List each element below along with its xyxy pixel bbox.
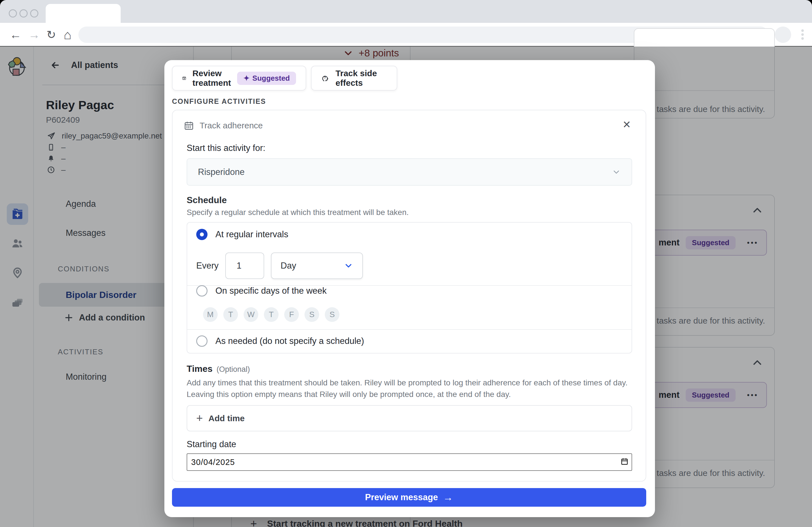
starting-date-label: Starting date [187,439,236,450]
weekday-chip[interactable]: W [244,307,258,322]
tab-track-side-effects[interactable]: ? Track side effects [311,66,397,90]
times-description: Add any times that this treatment should… [187,377,636,400]
window-zoom-button[interactable] [30,9,38,17]
weekday-chip[interactable]: S [325,307,339,322]
svg-text:?: ? [324,76,326,79]
weekday-chip[interactable]: S [304,307,319,322]
divider [187,329,632,330]
option-as-needed[interactable]: As needed (do not specify a schedule) [196,336,364,347]
schedule-description: Specify a regular schedule at which this… [187,208,409,217]
starting-date-input[interactable] [187,453,632,471]
plus-icon: + [196,412,203,425]
home-icon[interactable]: ⌂ [64,28,72,41]
optional-label: (Optional) [217,365,250,373]
preview-message-button[interactable]: Preview message → [172,488,646,507]
schedule-heading: Schedule [187,195,227,205]
option-specific-days[interactable]: On specific days of the week [196,285,327,297]
weekday-chips: M T W T F S S [203,307,339,322]
option-regular-intervals[interactable]: At regular intervals [196,229,288,240]
reload-icon[interactable]: ↻ [46,29,56,40]
close-icon[interactable]: ✕ [623,119,631,131]
radio-icon[interactable] [196,285,207,297]
medication-value: Risperidone [198,167,244,177]
weekday-chip[interactable]: F [284,307,299,322]
chevron-down-icon [612,168,621,176]
tab-review-treatment[interactable]: Review treatment ✦ Suggested [172,66,306,90]
sparkle-icon: ✦ [243,74,249,83]
schedule-options-box: At regular intervals Every Day On s [187,222,632,354]
calendar-sync-icon [182,72,186,84]
window-close-button[interactable] [9,9,17,17]
browser-titlebar [0,0,812,23]
browser-avatar[interactable] [775,27,791,43]
radio-selected-icon[interactable] [196,229,207,240]
forward-icon[interactable]: → [28,29,40,41]
track-adherence-card: Track adherence ✕ Start this activity fo… [172,110,646,482]
date-picker-icon[interactable] [620,457,629,466]
card-title-row: Track adherence [184,120,263,131]
start-activity-label: Start this activity for: [187,143,265,153]
interval-controls: Every Day [196,253,363,279]
card-title: Track adherence [200,121,263,130]
browser-tab[interactable] [46,4,121,23]
weekday-chip[interactable]: T [264,307,278,322]
configure-activities-header: CONFIGURE ACTIVITIES [172,97,266,105]
screen: ← → ↻ ⌂ [0,0,812,527]
times-heading: Times(Optional) [187,364,250,374]
window-minimize-button[interactable] [19,9,28,17]
chevron-down-icon [344,261,353,271]
medication-select[interactable]: Risperidone [187,158,632,186]
browser-menu-icon[interactable] [801,28,804,41]
arrow-right-icon: → [443,492,453,503]
configure-activity-modal: Review treatment ✦ Suggested ? Track sid… [164,60,655,517]
head-question-icon: ? [321,72,329,84]
suggested-badge: ✦ Suggested [237,72,296,85]
tab-label: Track side effects [335,69,387,88]
tab-label: Review treatment [192,69,231,88]
radio-icon[interactable] [196,336,207,347]
interval-value-input[interactable] [225,253,264,279]
add-time-button[interactable]: + Add time [187,405,632,431]
back-icon[interactable]: ← [10,29,21,41]
calendar-icon [184,120,194,131]
interval-unit-select[interactable]: Day [271,253,363,279]
every-label: Every [196,261,218,271]
weekday-chip[interactable]: M [203,307,218,322]
weekday-chip[interactable]: T [223,307,238,322]
